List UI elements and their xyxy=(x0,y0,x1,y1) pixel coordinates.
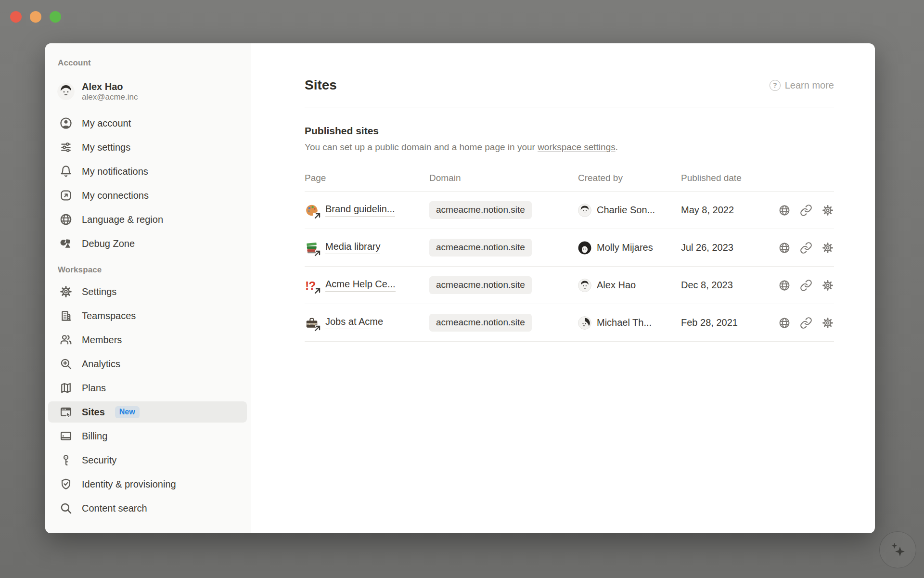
sidebar-item-label: Plans xyxy=(82,383,106,394)
books-icon xyxy=(305,241,319,255)
header-divider xyxy=(305,107,834,107)
external-arrow-icon xyxy=(314,287,321,295)
zoom-button[interactable] xyxy=(50,11,61,23)
creator-name: Michael Th... xyxy=(597,317,652,328)
sidebar-item-label: Language & region xyxy=(82,214,163,225)
workspace-settings-link[interactable]: workspace settings xyxy=(538,142,616,152)
gear-icon[interactable] xyxy=(821,279,834,292)
sidebar-item-settings[interactable]: Settings xyxy=(48,281,247,302)
sidebar-item-content-search[interactable]: Content search xyxy=(48,498,247,519)
page-link[interactable]: Brand guidelin... xyxy=(325,204,395,217)
column-header-domain: Domain xyxy=(429,173,578,183)
briefcase-icon xyxy=(305,316,319,330)
creator-avatar xyxy=(578,279,591,292)
user-email: alex@acme.inc xyxy=(82,92,138,102)
gear-icon[interactable] xyxy=(821,242,834,254)
sidebar-item-label: Identity & provisioning xyxy=(82,479,176,490)
new-badge: New xyxy=(115,406,140,418)
sidebar-item-label: My notifications xyxy=(82,166,148,177)
sidebar-item-billing[interactable]: Billing xyxy=(48,425,247,447)
sidebar-item-label: Billing xyxy=(82,431,107,442)
learn-more-button[interactable]: ? Learn more xyxy=(770,80,834,91)
sidebar-item-label: Content search xyxy=(82,503,147,514)
window-controls[interactable] xyxy=(10,11,61,23)
sidebar-item-debug-zone[interactable]: Debug Zone xyxy=(48,233,247,254)
browser-cursor-icon xyxy=(59,405,73,419)
sidebar-item-analytics[interactable]: Analytics xyxy=(48,353,247,374)
sidebar-item-label: Members xyxy=(82,334,122,346)
domain-pill[interactable]: acmeacme.notion.site xyxy=(429,314,532,332)
creator-avatar xyxy=(578,204,591,217)
interrobang-icon: !? xyxy=(305,278,319,293)
link-icon[interactable] xyxy=(800,279,812,292)
sliders-icon xyxy=(59,141,73,154)
user-avatar xyxy=(57,83,75,100)
sidebar-item-my-account[interactable]: My account xyxy=(48,113,247,134)
page-title: Sites xyxy=(305,77,337,93)
arrow-up-right-box-icon xyxy=(59,189,73,202)
sparkles-icon xyxy=(888,540,908,560)
link-icon[interactable] xyxy=(800,317,812,329)
sidebar-item-sites[interactable]: Sites New xyxy=(48,401,247,423)
table-row: Media library acmeacme.notion.site Molly… xyxy=(305,229,834,267)
sidebar-item-identity-provisioning[interactable]: Identity & provisioning xyxy=(48,474,247,495)
ai-assistant-button[interactable] xyxy=(879,531,916,568)
sites-panel: Sites ? Learn more Published sites You c… xyxy=(251,43,875,533)
sidebar-item-my-settings[interactable]: My settings xyxy=(48,137,247,158)
sidebar-item-label: Teamspaces xyxy=(82,310,136,321)
workspace-section-label: Workspace xyxy=(58,265,251,275)
sidebar-item-label: My settings xyxy=(82,142,130,153)
creator-name: Alex Hao xyxy=(597,280,636,291)
link-icon[interactable] xyxy=(800,242,812,254)
sidebar-item-label: My account xyxy=(82,118,131,129)
account-user-row[interactable]: Alex Hao alex@acme.inc xyxy=(57,81,251,102)
shapes-icon xyxy=(59,237,73,250)
sidebar-item-label: Security xyxy=(82,455,116,466)
credit-card-icon xyxy=(59,429,73,443)
domain-pill[interactable]: acmeacme.notion.site xyxy=(429,276,532,294)
domain-pill[interactable]: acmeacme.notion.site xyxy=(429,239,532,257)
external-arrow-icon xyxy=(314,212,321,219)
domain-pill[interactable]: acmeacme.notion.site xyxy=(429,201,532,219)
account-nav: My account My settings My notifications … xyxy=(45,113,251,254)
close-button[interactable] xyxy=(10,11,22,23)
page-link[interactable]: Media library xyxy=(325,241,380,254)
sidebar-item-language-region[interactable]: Language & region xyxy=(48,209,247,230)
published-date: Feb 28, 2021 xyxy=(681,317,771,328)
link-icon[interactable] xyxy=(800,204,812,217)
sidebar-item-label: Analytics xyxy=(82,359,120,370)
sidebar-item-security[interactable]: Security xyxy=(48,450,247,471)
magnifier-plus-icon xyxy=(59,357,73,371)
sidebar-item-my-connections[interactable]: My connections xyxy=(48,185,247,206)
sidebar-item-my-notifications[interactable]: My notifications xyxy=(48,161,247,182)
column-header-created-by: Created by xyxy=(578,173,681,183)
sidebar-item-plans[interactable]: Plans xyxy=(48,377,247,398)
settings-sidebar: Account Alex Hao alex@acme.inc My accoun… xyxy=(45,43,251,533)
question-circle-icon: ? xyxy=(770,80,781,91)
workspace-nav: Settings Teamspaces Members Analytics xyxy=(45,281,251,519)
creator-name: Charlie Son... xyxy=(597,205,655,216)
published-sites-description: You can set up a public domain and a hom… xyxy=(305,141,834,154)
globe-icon[interactable] xyxy=(778,279,791,292)
globe-icon[interactable] xyxy=(778,242,791,254)
column-header-published-date: Published date xyxy=(681,173,771,183)
globe-icon[interactable] xyxy=(778,317,791,329)
person-circle-icon xyxy=(59,116,73,130)
table-header-row: Page Domain Created by Published date xyxy=(305,173,834,192)
palette-icon xyxy=(305,203,319,218)
bell-icon xyxy=(59,165,73,178)
gear-icon[interactable] xyxy=(821,317,834,329)
page-link[interactable]: Acme Help Ce... xyxy=(325,279,396,292)
published-date: May 8, 2022 xyxy=(681,205,771,216)
page-link[interactable]: Jobs at Acme xyxy=(325,316,383,329)
gear-icon[interactable] xyxy=(821,204,834,217)
sidebar-item-members[interactable]: Members xyxy=(48,329,247,350)
sidebar-item-label: My connections xyxy=(82,190,149,201)
minimize-button[interactable] xyxy=(30,11,41,23)
sidebar-item-teamspaces[interactable]: Teamspaces xyxy=(48,305,247,326)
globe-icon[interactable] xyxy=(778,204,791,217)
building-icon xyxy=(59,309,73,322)
sidebar-item-label: Sites xyxy=(82,407,105,418)
search-icon xyxy=(59,501,73,515)
account-section-label: Account xyxy=(58,58,251,68)
